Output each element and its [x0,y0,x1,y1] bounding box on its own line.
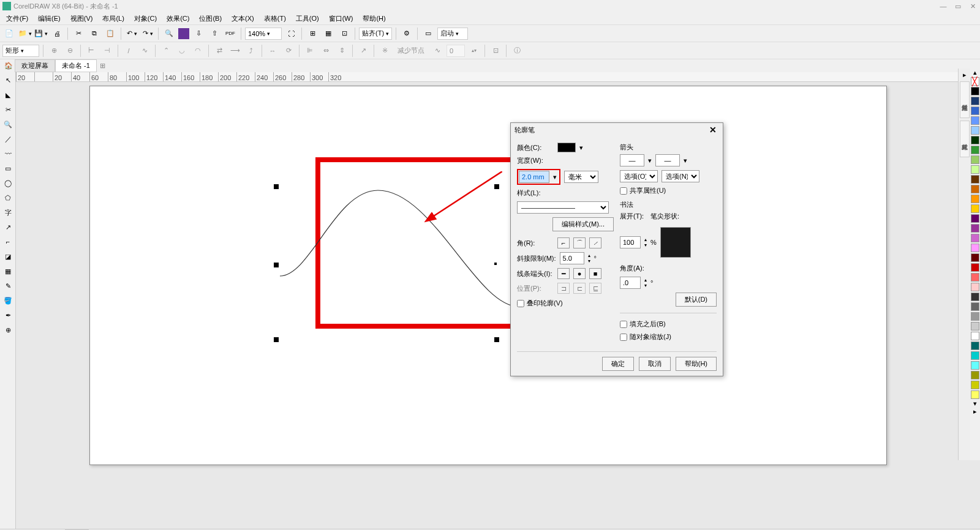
menu-effects[interactable]: 效果(C) [163,13,193,24]
color-swatch[interactable] [971,371,979,379]
selection-handle[interactable] [494,263,497,265]
grid-icon[interactable]: ▦ [322,27,335,40]
page-canvas[interactable] [89,86,887,465]
rotate-icon[interactable]: ⟳ [282,44,295,58]
angle-input[interactable] [620,277,641,289]
color-swatch[interactable] [971,165,979,174]
tab-doc1[interactable]: 未命名 -1 [55,59,97,72]
end-arrow-picker[interactable]: — [655,154,680,166]
menu-view[interactable]: 视图(V) [67,13,97,24]
color-swatch[interactable] [971,342,979,350]
extend-icon[interactable]: ⟶ [228,44,242,58]
redo-icon[interactable]: ↷ [141,27,154,40]
palette-up-icon[interactable]: ▴ [970,69,980,77]
color-picker[interactable] [557,143,576,152]
no-color-swatch[interactable]: ╳ [971,77,979,86]
menu-table[interactable]: 表格(T) [260,13,290,24]
shape-tool-icon[interactable]: ◣ [1,88,15,102]
selection-handle[interactable] [274,337,279,342]
color-swatch[interactable] [971,351,979,360]
color-swatch[interactable] [971,381,979,389]
horizontal-ruler[interactable]: 20 20 40 60 80 100 120 140 160 180 200 2… [16,72,971,82]
start-arrow-picker[interactable]: — [620,154,644,166]
menu-layout[interactable]: 布局(L) [99,13,127,24]
menu-bitmaps[interactable]: 位图(B) [195,13,225,24]
dropdown-icon[interactable]: ▾ [579,144,583,152]
width-input[interactable] [519,171,549,183]
smooth-icon[interactable]: ◡ [175,44,189,58]
minimize-button[interactable]: ― [938,2,948,10]
save-icon[interactable]: 💾 [34,27,48,40]
color-swatch[interactable] [971,146,979,154]
guides-icon[interactable]: ⊡ [337,27,351,40]
break-icon[interactable]: ⊣ [100,44,114,58]
join-icon[interactable]: ⊢ [85,44,98,58]
color-swatch[interactable] [971,185,979,193]
dropdown-icon[interactable]: ▾ [684,157,687,165]
dialog-header[interactable]: 轮廓笔 ✕ [511,123,723,136]
fill-tool-icon[interactable]: 🪣 [1,294,15,307]
color-swatch[interactable] [971,155,979,164]
menu-help[interactable]: 帮助(H) [359,13,389,24]
color-swatch[interactable] [971,224,979,233]
cusp-icon[interactable]: ⌃ [159,44,173,58]
selection-handle[interactable] [274,184,279,189]
tab-welcome[interactable]: 欢迎屏幕 [15,59,55,72]
ok-button[interactable]: 确定 [602,357,634,371]
selection-handle[interactable] [274,263,279,267]
selection-handle[interactable] [494,184,499,189]
color-swatch[interactable] [971,263,979,272]
cap-flat-icon[interactable]: ━ [557,268,570,279]
spinner-icon[interactable]: ▴▾ [644,277,647,288]
restore-button[interactable]: ▭ [953,2,963,10]
close-button[interactable]: ✕ [968,2,978,10]
color-swatch[interactable] [971,195,979,203]
menu-window[interactable]: 窗口(W) [325,13,357,24]
spinner-icon[interactable]: ▴▾ [467,44,481,58]
text-tool-icon[interactable]: 字 [1,206,15,219]
open-icon[interactable]: 📁 [18,27,32,40]
palette-flyout-icon[interactable]: ▸ [970,408,980,416]
undo-icon[interactable]: ↶ [125,27,138,40]
color-swatch[interactable] [971,332,979,340]
style-select[interactable]: ———————— [517,201,609,214]
launch-combo[interactable]: 启动 [437,28,468,40]
reflect-v-icon[interactable]: ⇕ [335,44,349,58]
color-swatch[interactable] [971,87,979,95]
tab-add-icon[interactable]: ⊞ [97,62,109,70]
rulers-icon[interactable]: ⊞ [306,27,319,40]
spinner-icon[interactable]: ▴▾ [588,253,590,264]
bbox-icon[interactable]: ⊡ [489,44,502,58]
paste-icon[interactable]: 📋 [104,27,117,40]
color-swatch[interactable] [971,116,979,125]
artistic-tool-icon[interactable]: 〰 [1,147,15,160]
align-icon[interactable]: ⊫ [303,44,317,58]
selection-handle[interactable] [494,337,499,342]
cut-icon[interactable]: ✂ [72,27,85,40]
reverse-icon[interactable]: ⇄ [213,44,226,58]
color-swatch[interactable] [971,234,979,242]
pdf-icon[interactable]: PDF [224,27,237,40]
image-icon[interactable] [178,28,189,39]
color-swatch[interactable] [971,253,979,262]
edit-style-button[interactable]: 编辑样式(M)... [552,217,614,231]
color-swatch[interactable] [971,302,979,311]
workspace[interactable] [24,82,971,520]
transparency-tool-icon[interactable]: ▦ [1,264,15,278]
pick-tool-icon[interactable]: ↖ [1,73,15,87]
color-swatch[interactable] [971,136,979,144]
color-swatch[interactable] [971,322,979,330]
parallel-dim-icon[interactable]: ↗ [1,220,15,234]
home-icon[interactable]: 🏠 [2,62,15,70]
cap-round-icon[interactable]: ● [573,268,586,279]
smoothness-val[interactable]: 0 [447,45,465,57]
stretch-input[interactable] [620,236,641,248]
color-swatch[interactable] [971,390,979,399]
options-icon[interactable]: ⚙ [400,27,413,40]
dropdown-icon[interactable]: ▾ [648,157,652,165]
color-swatch[interactable] [971,273,979,282]
overprint-checkbox[interactable] [517,300,524,307]
palette-down-icon[interactable]: ▾ [970,400,980,408]
menu-edit[interactable]: 编辑(E) [34,13,64,24]
ellipse-tool-icon[interactable]: ◯ [1,176,15,190]
